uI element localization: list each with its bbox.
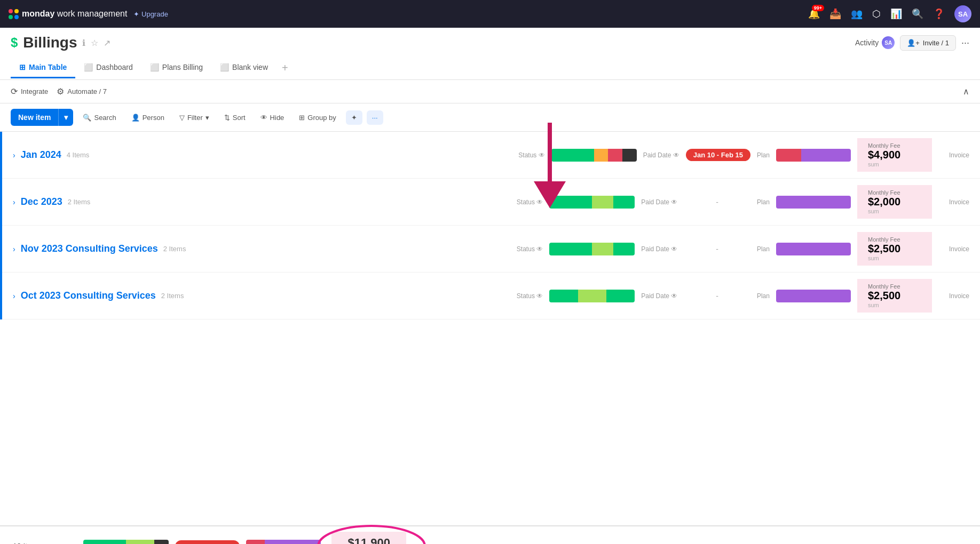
logo-dot-1 — [9, 9, 13, 13]
top-navigation: monday work management ✦ Upgrade 🔔99+ 📥 … — [0, 0, 980, 28]
new-item-button[interactable]: New item ▾ — [11, 109, 73, 126]
eye-icon: 👁 — [539, 151, 545, 159]
group-dec-2023-plan-col: Plan — [757, 198, 770, 206]
nov-status-1 — [549, 243, 592, 255]
sort-button[interactable]: ⇅ Sort — [219, 110, 251, 125]
group-dec-2023-paiddate-col: Paid Date 👁 — [641, 198, 677, 206]
dec-plan-1 — [776, 196, 851, 209]
avatar[interactable]: SA — [954, 5, 971, 22]
table-footer: 10 Items Jan 10 - Feb 15 $11,900 sum — [0, 525, 980, 544]
group-jan-2024-monthly-fee: Monthly Fee $4,900 sum — [857, 138, 932, 172]
tab-blank-view-icon: ⬜ — [220, 63, 229, 71]
tab-plans-billing-label: Plans Billing — [162, 63, 203, 71]
tab-blank-view[interactable]: ⬜ Blank view — [211, 58, 276, 78]
new-item-dropdown-arrow[interactable]: ▾ — [58, 109, 73, 126]
share-icon[interactable]: ↗ — [104, 38, 110, 48]
group-dec-2023-chevron[interactable]: › — [13, 198, 15, 206]
plan-bar-segment-2 — [801, 149, 851, 162]
invite-icon: 👤+ — [907, 39, 920, 47]
group-dec-2023-name[interactable]: Dec 2023 — [21, 196, 62, 207]
group-nov-2023-status-bar — [549, 243, 635, 255]
people-icon[interactable]: 👥 — [851, 8, 863, 20]
oct-monthly-fee-col-label: Monthly Fee — [868, 283, 921, 290]
group-nov-2023-invoice-col: Invoice — [949, 245, 969, 253]
person-button[interactable]: 👤 Person — [126, 110, 170, 125]
group-by-button[interactable]: ⊞ Group by — [294, 110, 341, 125]
nav-right: 🔔99+ 📥 👥 ⬡ 📊 🔍 ❓ SA — [808, 5, 971, 22]
ai-icon: ✦ — [351, 114, 357, 122]
person-icon: 👤 — [131, 114, 140, 122]
oct-status-1 — [549, 290, 578, 302]
dec-status-2 — [592, 196, 613, 209]
activity-avatar: SA — [882, 36, 895, 49]
activity-label: Activity — [855, 38, 879, 47]
invite-button[interactable]: 👤+ Invite / 1 — [900, 35, 956, 51]
group-nov-2023-name[interactable]: Nov 2023 Consulting Services — [21, 243, 158, 254]
tab-main-table-label: Main Table — [29, 63, 67, 71]
group-oct-2023-name[interactable]: Oct 2023 Consulting Services — [21, 290, 156, 301]
chart-icon[interactable]: 📊 — [890, 8, 902, 20]
tab-main-table[interactable]: ⊞ Main Table — [11, 58, 75, 78]
hide-button[interactable]: 👁 Hide — [255, 110, 290, 125]
group-oct-2023-monthly-fee: Monthly Fee $2,500 sum — [857, 279, 932, 313]
group-oct-2023-chevron[interactable]: › — [13, 292, 15, 300]
group-jan-2024-fee-label: sum — [868, 161, 921, 167]
logo-dot-3 — [9, 15, 13, 19]
group-jan-2024-name[interactable]: Jan 2024 — [21, 149, 61, 161]
eye-icon-2: 👁 — [673, 151, 679, 159]
footer-status-2 — [126, 540, 154, 544]
nov-status-3 — [613, 243, 635, 255]
collapse-button[interactable]: ∧ — [963, 86, 969, 97]
notification-badge: 99+ — [812, 5, 824, 11]
apps-icon[interactable]: ⬡ — [872, 8, 881, 20]
group-jan-2024-chevron[interactable]: › — [13, 151, 15, 159]
new-item-label: New item — [11, 109, 58, 126]
integrate-button[interactable]: ⟳ Integrate — [11, 86, 48, 97]
board-title-right: Activity SA 👤+ Invite / 1 ··· — [855, 35, 969, 51]
star-icon[interactable]: ☆ — [91, 38, 98, 48]
upgrade-button[interactable]: ✦ Upgrade — [133, 10, 168, 18]
group-oct-2023-header: › Oct 2023 Consulting Services 2 Items S… — [2, 273, 980, 319]
group-oct-2023-invoice-col: Invoice — [949, 292, 969, 300]
info-icon[interactable]: ℹ — [82, 38, 85, 48]
tab-plans-billing[interactable]: ⬜ Plans Billing — [141, 58, 211, 78]
group-oct-2023-paiddate-col: Paid Date 👁 — [641, 292, 677, 300]
search-label: Search — [94, 114, 116, 122]
help-icon[interactable]: ❓ — [933, 8, 945, 20]
invite-label: Invite / 1 — [923, 39, 949, 47]
logo[interactable]: monday work management — [9, 9, 127, 19]
sort-icon: ⇅ — [224, 114, 230, 122]
group-oct-2023-plan-bar — [776, 290, 851, 302]
search-button[interactable]: 🔍 Search — [77, 110, 121, 125]
automate-button[interactable]: ⚙ Automate / 7 — [57, 86, 107, 97]
tab-plans-billing-icon: ⬜ — [150, 63, 159, 71]
oct-status-3 — [606, 290, 635, 302]
more-options-button[interactable]: ··· — [367, 110, 383, 125]
tab-main-table-icon: ⊞ — [19, 63, 26, 71]
group-jan-2024: › Jan 2024 4 Items Status 👁 Paid Date 👁 … — [0, 132, 980, 179]
status-bar-segment-2 — [594, 149, 608, 162]
toolbar: New item ▾ 🔍 Search 👤 Person ▽ Filter ▾ … — [0, 103, 980, 132]
nov-plan-1 — [776, 243, 851, 255]
search-icon[interactable]: 🔍 — [912, 8, 923, 20]
tab-dashboard-label: Dashboard — [96, 63, 133, 71]
group-dec-2023-header: › Dec 2023 2 Items Status 👁 Paid Date 👁 … — [2, 179, 980, 226]
group-by-icon: ⊞ — [299, 114, 305, 122]
activity-button[interactable]: Activity SA — [855, 36, 895, 49]
group-nov-2023-date-dash: - — [684, 243, 750, 255]
notifications-icon[interactable]: 🔔99+ — [808, 8, 820, 20]
inbox-icon[interactable]: 📥 — [829, 8, 841, 20]
plan-bar-segment-1 — [776, 149, 801, 162]
group-jan-2024-plan-col: Plan — [757, 151, 770, 159]
group-nov-2023-chevron[interactable]: › — [13, 245, 15, 253]
board-more-button[interactable]: ··· — [961, 37, 969, 49]
tab-dashboard[interactable]: ⬜ Dashboard — [75, 58, 141, 78]
group-oct-2023-status-bar — [549, 290, 635, 302]
filter-button[interactable]: ▽ Filter ▾ — [174, 110, 215, 125]
ai-button[interactable]: ✦ — [346, 110, 362, 125]
group-oct-2023-date-dash: - — [684, 290, 750, 302]
group-oct-2023-plan-col: Plan — [757, 292, 770, 300]
tab-blank-view-label: Blank view — [232, 63, 268, 71]
group-jan-2024-invoice-col: Invoice — [949, 151, 969, 159]
add-view-button[interactable]: + — [276, 57, 294, 79]
